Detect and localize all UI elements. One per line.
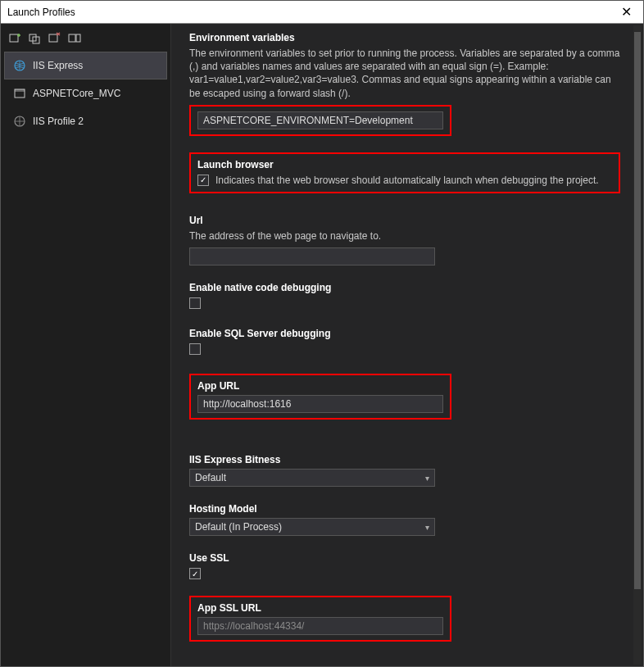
hosting-model-select[interactable]: Default (In Process) ▾ (189, 518, 435, 536)
profile-label: IIS Express (33, 60, 83, 71)
hosting-model-title: Hosting Model (189, 503, 620, 515)
env-vars-highlight (189, 105, 451, 136)
launch-browser-checkbox[interactable] (197, 175, 209, 186)
profile-label: ASPNETCore_MVC (33, 88, 120, 99)
use-ssl-title: Use SSL (189, 552, 620, 564)
content-scroll[interactable]: Environment variables The environment va… (171, 24, 632, 666)
vertical-scrollbar[interactable] (633, 25, 642, 665)
svg-rect-8 (15, 89, 25, 92)
section-iis-bitness: IIS Express Bitness Default ▾ (189, 454, 620, 487)
profile-label: IIS Profile 2 (33, 116, 84, 127)
section-launch-browser: Launch browser Indicates that the web br… (189, 152, 620, 193)
use-ssl-checkbox[interactable] (189, 568, 201, 579)
enable-sql-checkbox[interactable] (189, 343, 201, 355)
section-use-ssl: Use SSL (189, 552, 620, 579)
section-app-url: App URL (189, 374, 451, 420)
enable-native-checkbox[interactable] (189, 297, 201, 309)
svg-rect-3 (49, 34, 57, 42)
content-wrap: Environment variables The environment va… (171, 24, 643, 666)
section-env-vars: Environment variables The environment va… (189, 32, 620, 136)
env-vars-input[interactable] (197, 111, 443, 129)
env-vars-desc: The environment variables to set prior t… (189, 47, 620, 100)
svg-rect-0 (10, 34, 18, 42)
sidebar-item-iis-profile-2[interactable]: IIS Profile 2 (4, 107, 167, 135)
url-title: Url (189, 215, 620, 226)
url-desc: The address of the web page to navigate … (189, 229, 620, 243)
titlebar: Launch Profiles ✕ (1, 1, 643, 24)
sidebar-item-aspnetcore-mvc[interactable]: ASPNETCore_MVC (4, 79, 167, 107)
hosting-model-value: Default (In Process) (195, 521, 282, 533)
enable-sql-title: Enable SQL Server debugging (189, 328, 620, 339)
chevron-down-icon: ▾ (425, 474, 429, 483)
iis-bitness-title: IIS Express Bitness (189, 454, 620, 465)
env-vars-title: Environment variables (189, 32, 620, 43)
section-enable-native: Enable native code debugging (189, 282, 620, 311)
launch-browser-desc: Indicates that the web browser should au… (215, 174, 599, 187)
rename-profile-icon[interactable] (68, 32, 81, 45)
enable-native-title: Enable native code debugging (189, 282, 620, 293)
iis-bitness-select[interactable]: Default ▾ (189, 469, 435, 487)
globe-icon (13, 59, 26, 72)
sidebar-item-iis-express[interactable]: IIS Express (4, 52, 167, 79)
close-button[interactable]: ✕ (616, 4, 637, 20)
scroll-thumb[interactable] (634, 32, 641, 589)
add-profile-icon[interactable] (9, 32, 22, 45)
section-hosting-model: Hosting Model Default (In Process) ▾ (189, 503, 620, 536)
app-ssl-url-input[interactable] (197, 617, 443, 635)
project-icon (13, 87, 26, 100)
delete-profile-icon[interactable] (48, 32, 61, 45)
iis-bitness-value: Default (195, 472, 226, 483)
app-url-input[interactable] (197, 395, 443, 413)
window-title: Launch Profiles (7, 7, 75, 18)
section-app-ssl-url: App SSL URL (189, 596, 451, 642)
url-input[interactable] (189, 247, 435, 265)
iis-icon (13, 115, 26, 128)
app-ssl-url-title: App SSL URL (197, 602, 443, 614)
chevron-down-icon: ▾ (425, 523, 429, 532)
launch-browser-title: Launch browser (197, 159, 612, 170)
main-area: IIS Express ASPNETCore_MVC IIS Profile 2… (1, 24, 643, 666)
svg-rect-5 (76, 34, 80, 42)
svg-rect-4 (69, 34, 75, 42)
app-url-title: App URL (197, 380, 443, 392)
section-url: Url The address of the web page to navig… (189, 215, 620, 265)
sidebar: IIS Express ASPNETCore_MVC IIS Profile 2 (1, 24, 171, 666)
duplicate-profile-icon[interactable] (29, 32, 42, 45)
section-enable-sql: Enable SQL Server debugging (189, 328, 620, 357)
sidebar-toolbar (4, 29, 167, 52)
